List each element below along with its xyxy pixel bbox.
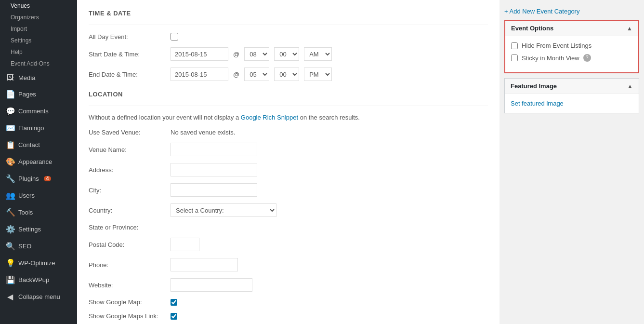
sidebar-item-help[interactable]: Help bbox=[0, 46, 77, 58]
postal-label: Postal Code: bbox=[89, 241, 166, 248]
event-options-toggle[interactable]: ▲ bbox=[627, 25, 632, 32]
start-minute-select[interactable]: 00 15 30 45 bbox=[274, 47, 299, 61]
google-rich-snippet-link[interactable]: Google Rich Snippet bbox=[241, 114, 298, 121]
featured-image-header: Featured Image ▲ bbox=[505, 79, 639, 94]
phone-row: Phone: bbox=[89, 258, 488, 271]
collapse-icon: ◀ bbox=[6, 292, 14, 301]
end-ampm-select[interactable]: AM PM bbox=[304, 68, 332, 81]
sidebar-item-contact[interactable]: 📋 Contact bbox=[0, 136, 77, 153]
hide-from-listings-label: Hide From Event Listings bbox=[522, 42, 591, 49]
sidebar-item-seo[interactable]: 🔍 SEO bbox=[0, 238, 77, 255]
event-options-title: Event Options bbox=[511, 25, 553, 32]
use-saved-venue-label: Use Saved Venue: bbox=[89, 129, 166, 136]
sidebar-item-comments[interactable]: 💬 Comments bbox=[0, 103, 77, 120]
hide-from-listings-row: Hide From Event Listings bbox=[511, 42, 632, 49]
media-icon: 🖼 bbox=[6, 73, 14, 82]
city-label: City: bbox=[89, 187, 166, 194]
at-label-end: @ bbox=[233, 71, 239, 78]
comments-icon: 💬 bbox=[6, 107, 14, 116]
website-label: Website: bbox=[89, 282, 166, 289]
sidebar-item-collapse[interactable]: ◀ Collapse menu bbox=[0, 288, 77, 305]
end-date-label: End Date & Time: bbox=[89, 71, 166, 78]
featured-image-metabox: Featured Image ▲ Set featured image bbox=[504, 78, 639, 113]
postal-input[interactable] bbox=[171, 238, 199, 251]
end-hour-select[interactable]: 05 06 07 bbox=[244, 68, 269, 81]
address-input[interactable] bbox=[171, 163, 257, 176]
sidebar-item-users[interactable]: 👥 Users bbox=[0, 187, 77, 204]
sticky-month-view-label: Sticky in Month View bbox=[522, 54, 579, 62]
settings-icon: ⚙️ bbox=[6, 225, 14, 234]
website-input[interactable] bbox=[171, 278, 252, 292]
plugins-icon: 🔧 bbox=[6, 174, 14, 183]
location-note: Without a defined location your event wi… bbox=[89, 114, 488, 121]
all-day-row: All Day Event: bbox=[89, 33, 488, 40]
venue-name-label: Venue Name: bbox=[89, 146, 166, 153]
city-input[interactable] bbox=[171, 183, 257, 197]
state-label: State or Province: bbox=[89, 224, 166, 231]
address-label: Address: bbox=[89, 166, 166, 174]
all-day-label: All Day Event: bbox=[89, 33, 166, 40]
plugins-badge: 4 bbox=[44, 176, 52, 181]
sidebar-item-settings-sub[interactable]: Settings bbox=[0, 35, 77, 46]
users-icon: 👥 bbox=[6, 191, 14, 200]
backwpup-icon: 💾 bbox=[6, 275, 14, 284]
sticky-month-view-help-icon[interactable]: ? bbox=[583, 54, 591, 62]
sidebar: Venues Organizers Import Settings Help E… bbox=[0, 0, 77, 324]
time-date-title: TIME & DATE bbox=[89, 10, 488, 17]
website-row: Website: bbox=[89, 278, 488, 292]
sidebar-item-plugins[interactable]: 🔧 Plugins 4 bbox=[0, 170, 77, 187]
location-title: LOCATION bbox=[89, 91, 488, 98]
country-row: Country: Select a Country: bbox=[89, 203, 488, 217]
featured-image-toggle[interactable]: ▲ bbox=[627, 83, 633, 90]
sticky-month-view-checkbox[interactable] bbox=[511, 54, 518, 61]
sidebar-item-appearance[interactable]: 🎨 Appearance bbox=[0, 153, 77, 170]
add-new-category-link[interactable]: + Add New Event Category bbox=[504, 8, 579, 15]
sidebar-item-flamingo[interactable]: ✉️ Flamingo bbox=[0, 120, 77, 136]
city-row: City: bbox=[89, 183, 488, 197]
sidebar-item-backwpup[interactable]: 💾 BackWPup bbox=[0, 271, 77, 288]
address-row: Address: bbox=[89, 163, 488, 176]
sidebar-item-wp-optimize[interactable]: 💡 WP-Optimize bbox=[0, 255, 77, 271]
venue-name-input[interactable] bbox=[171, 143, 257, 156]
show-google-maps-link-row: Show Google Maps Link: bbox=[89, 312, 488, 320]
start-ampm-select[interactable]: AM PM bbox=[304, 47, 332, 61]
postal-row: Postal Code: bbox=[89, 238, 488, 251]
start-date-row: Start Date & Time: @ 08 09 10 00 15 30 4… bbox=[89, 47, 488, 61]
end-date-input[interactable] bbox=[171, 68, 228, 81]
hide-from-listings-checkbox[interactable] bbox=[511, 42, 518, 49]
set-featured-image-link[interactable]: Set featured image bbox=[511, 100, 564, 107]
event-options-metabox: Event Options ▲ Hide From Event Listings… bbox=[504, 20, 639, 73]
sidebar-item-media[interactable]: 🖼 Media bbox=[0, 69, 77, 86]
show-google-map-checkbox[interactable] bbox=[171, 299, 177, 306]
state-row: State or Province: bbox=[89, 224, 488, 231]
flamingo-icon: ✉️ bbox=[6, 123, 14, 133]
sidebar-item-organizers[interactable]: Organizers bbox=[0, 12, 77, 23]
main-wrap: TIME & DATE All Day Event: Start Date & … bbox=[77, 0, 644, 324]
featured-image-body: Set featured image bbox=[505, 94, 639, 113]
no-saved-venue-text: No saved venue exists. bbox=[171, 129, 235, 136]
wp-optimize-icon: 💡 bbox=[6, 258, 14, 268]
sidebar-item-settings[interactable]: ⚙️ Settings bbox=[0, 221, 77, 238]
sidebar-item-import[interactable]: Import bbox=[0, 23, 77, 35]
end-minute-select[interactable]: 00 15 30 45 bbox=[274, 68, 299, 81]
all-day-checkbox[interactable] bbox=[171, 33, 178, 40]
country-label: Country: bbox=[89, 207, 166, 214]
sidebar-item-tools[interactable]: 🔨 Tools bbox=[0, 204, 77, 221]
event-options-body: Hide From Event Listings Sticky in Month… bbox=[505, 36, 638, 72]
contact-icon: 📋 bbox=[6, 140, 14, 149]
sidebar-item-event-addons[interactable]: Event Add-Ons bbox=[0, 58, 77, 69]
start-date-label: Start Date & Time: bbox=[89, 51, 166, 58]
tools-icon: 🔨 bbox=[6, 208, 14, 217]
show-google-maps-link-checkbox[interactable] bbox=[171, 313, 177, 320]
sidebar-item-pages[interactable]: 📄 Pages bbox=[0, 86, 77, 103]
country-select[interactable]: Select a Country: bbox=[171, 203, 276, 217]
end-date-row: End Date & Time: @ 05 06 07 00 15 30 45 … bbox=[89, 68, 488, 81]
sidebar-item-venues[interactable]: Venues bbox=[0, 0, 77, 12]
phone-input[interactable] bbox=[171, 258, 238, 271]
show-google-maps-link-label: Show Google Maps Link: bbox=[89, 312, 166, 320]
pages-icon: 📄 bbox=[6, 90, 14, 99]
start-hour-select[interactable]: 08 09 10 bbox=[244, 47, 269, 61]
use-saved-venue-row: Use Saved Venue: No saved venue exists. bbox=[89, 129, 488, 136]
featured-image-title: Featured Image bbox=[511, 82, 557, 90]
start-date-input[interactable] bbox=[171, 47, 228, 61]
